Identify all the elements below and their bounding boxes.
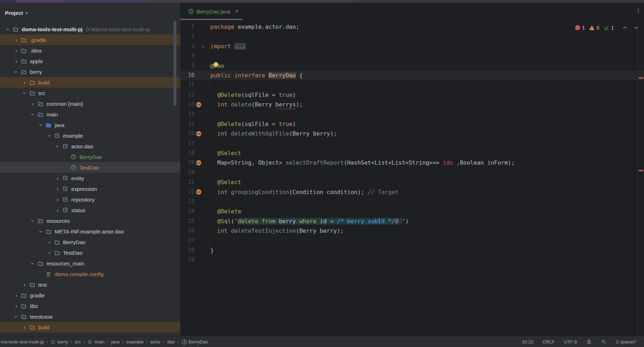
- tree-item-example[interactable]: ›example: [0, 130, 180, 141]
- tree-item-expression[interactable]: ›expression: [0, 183, 180, 194]
- tree-item-common-main-[interactable]: ›common [main]: [0, 98, 180, 109]
- chevron-collapsed-icon[interactable]: ›: [55, 207, 61, 213]
- chevron-expanded-icon[interactable]: ›: [55, 143, 61, 149]
- tree-item-doma-tools-test-multi-pj[interactable]: ›doma-tools-test-multi-pjD:¥doma-tools-t…: [0, 24, 180, 34]
- breadcrumb-item-java[interactable]: java: [111, 339, 120, 345]
- chevron-collapsed-icon[interactable]: ›: [13, 58, 19, 64]
- tree-item-teestcase[interactable]: ›teestcase: [0, 311, 180, 322]
- code-line-21[interactable]: 21 @Select: [180, 177, 644, 187]
- chevron-collapsed-icon[interactable]: ›: [55, 175, 61, 181]
- breadcrumb-item-berry[interactable]: berry: [50, 339, 68, 345]
- tree-item-meta-inf-example-actor-dao[interactable]: ›META-INF.example.actor.dao: [0, 226, 180, 237]
- chevron-collapsed-icon[interactable]: ›: [55, 197, 61, 203]
- chevron-expanded-icon[interactable]: ›: [13, 314, 19, 320]
- chevron-expanded-icon[interactable]: ›: [38, 122, 44, 128]
- tree-item--gradle[interactable]: ›.gradle: [0, 34, 180, 45]
- caret-position[interactable]: 10:22: [522, 339, 534, 345]
- tree-item-status[interactable]: ›status: [0, 205, 180, 215]
- breadcrumb-item-main[interactable]: main: [87, 339, 104, 345]
- chevron-collapsed-icon[interactable]: ›: [22, 282, 28, 288]
- code-line-14[interactable]: 14: [180, 110, 644, 119]
- chevron-expanded-icon[interactable]: ›: [30, 218, 36, 224]
- tree-item-build[interactable]: ›build: [0, 322, 180, 332]
- code-line-26[interactable]: 26 int deleteTestInjection(Berry berry);: [180, 226, 644, 236]
- tree-item-testdao[interactable]: ITestDao: [0, 162, 180, 173]
- project-panel-header[interactable]: Project ▾: [5, 8, 28, 18]
- breadcrumb-item-example[interactable]: example: [126, 339, 144, 345]
- tree-item-resources[interactable]: ›resources: [0, 215, 180, 226]
- code-line-18[interactable]: 18 @Select: [180, 148, 644, 158]
- indent-style[interactable]: 2 spaces*: [616, 339, 636, 345]
- tree-item-src[interactable]: ›src: [0, 88, 180, 98]
- close-icon[interactable]: ×: [235, 8, 238, 15]
- project-tree-scrollbar[interactable]: [174, 21, 176, 106]
- sql-gutter-icon[interactable]: SQL: [196, 131, 202, 137]
- tree-item-actor-dao[interactable]: ›actor.dao: [0, 141, 180, 152]
- chevron-collapsed-icon[interactable]: ›: [55, 186, 61, 192]
- chevron-expanded-icon[interactable]: ›: [30, 111, 36, 117]
- code-line-28[interactable]: 28}: [180, 246, 644, 255]
- code-line-27[interactable]: 27: [180, 236, 644, 246]
- tree-item-test[interactable]: ›test: [0, 279, 180, 290]
- code-line-19[interactable]: 19SQL Map<String, Object> selectDraftRep…: [180, 158, 644, 167]
- chevron-collapsed-icon[interactable]: ›: [13, 303, 19, 309]
- tree-item-apple[interactable]: ›apple: [0, 56, 180, 66]
- code-editor[interactable]: 1package example.actor.dao;23›import ...…: [180, 20, 644, 265]
- code-line-10[interactable]: 10public interface BerryDao {: [180, 71, 644, 80]
- tree-item-doma-compile-config[interactable]: doma.compile.config: [0, 269, 180, 279]
- chevron-expanded-icon[interactable]: ›: [22, 90, 28, 96]
- code-line-3[interactable]: 3›import ...: [180, 42, 644, 51]
- chevron-collapsed-icon[interactable]: ›: [13, 292, 19, 298]
- sql-gutter-icon[interactable]: SQL: [196, 102, 202, 108]
- tree-item-berrydao[interactable]: IBerryDao: [0, 152, 180, 162]
- fold-region-icon[interactable]: ›: [202, 42, 204, 51]
- code-line-15[interactable]: 15 @Delete(sqlFile = true): [180, 119, 644, 129]
- chevron-expanded-icon[interactable]: ›: [38, 228, 44, 235]
- code-line-16[interactable]: 16SQL int deleteWithSqlFile(Berry berry)…: [180, 129, 644, 138]
- inspection-status-icon[interactable]: [601, 339, 607, 345]
- breadcrumb-item-dao[interactable]: dao: [167, 339, 175, 345]
- chevron-collapsed-icon[interactable]: ›: [22, 324, 28, 330]
- tab-berrydao-java[interactable]: I BerryDao.java ×: [180, 3, 245, 20]
- tree-item-resources-main[interactable]: ›resources_main: [0, 258, 180, 269]
- code-line-12[interactable]: 12 @Delete(sqlFile = true): [180, 90, 644, 100]
- line-separator[interactable]: CRLF: [543, 339, 555, 345]
- code-line-22[interactable]: 22SQL int groupingCondition(Condition co…: [180, 187, 644, 197]
- chevron-expanded-icon[interactable]: ›: [30, 260, 36, 266]
- tree-item-repository[interactable]: ›repository: [0, 194, 180, 205]
- error-stripe-mark[interactable]: [639, 77, 643, 79]
- chevron-expanded-icon[interactable]: ›: [13, 69, 19, 75]
- sql-gutter-icon[interactable]: SQL: [196, 189, 202, 195]
- chevron-expanded-icon[interactable]: ›: [46, 133, 53, 139]
- tree-item-entity[interactable]: ›entity: [0, 173, 180, 183]
- code-line-8[interactable]: 8: [180, 51, 644, 61]
- chevron-collapsed-icon[interactable]: ›: [13, 37, 19, 43]
- kebab-menu-icon[interactable]: [635, 8, 641, 14]
- error-stripe-mark[interactable]: [639, 170, 643, 171]
- chevron-collapsed-icon[interactable]: ›: [13, 48, 19, 54]
- breadcrumb-item-src[interactable]: src: [75, 339, 81, 345]
- breadcrumb-item-ma-tools-test-multi-pj[interactable]: ma-tools-test-multi-pj: [1, 339, 44, 345]
- tree-item-testdao[interactable]: ›TestDao: [0, 247, 180, 258]
- code-line-23[interactable]: 23: [180, 197, 644, 206]
- code-line-29[interactable]: 29: [180, 255, 644, 265]
- code-line-20[interactable]: 20: [180, 168, 644, 177]
- lock-icon[interactable]: [586, 339, 592, 345]
- tree-item-main[interactable]: ›main: [0, 109, 180, 120]
- code-line-24[interactable]: 24 @Delete: [180, 206, 644, 216]
- chevron-collapsed-icon[interactable]: ›: [46, 250, 53, 256]
- code-line-13[interactable]: 13SQL int delete(Berry berrys);: [180, 100, 644, 109]
- breadcrumb-item-actor[interactable]: actor: [150, 339, 161, 345]
- chevron-collapsed-icon[interactable]: ›: [30, 101, 36, 107]
- tree-item-java[interactable]: ›java: [0, 120, 180, 130]
- chevron-collapsed-icon[interactable]: ›: [46, 239, 53, 245]
- breadcrumb-item-berrydao[interactable]: IBerryDao: [182, 339, 208, 345]
- tree-item-libs[interactable]: ›libs: [0, 301, 180, 311]
- chevron-expanded-icon[interactable]: ›: [5, 26, 11, 32]
- code-line-11[interactable]: 11: [180, 80, 644, 90]
- tree-item-build[interactable]: ›build: [0, 77, 180, 88]
- tree-item--idea[interactable]: ›.idea: [0, 45, 180, 56]
- tree-item-gradle[interactable]: ›gradle: [0, 290, 180, 301]
- code-line-1[interactable]: 1package example.actor.dao;: [180, 22, 644, 32]
- code-line-2[interactable]: 2: [180, 32, 644, 41]
